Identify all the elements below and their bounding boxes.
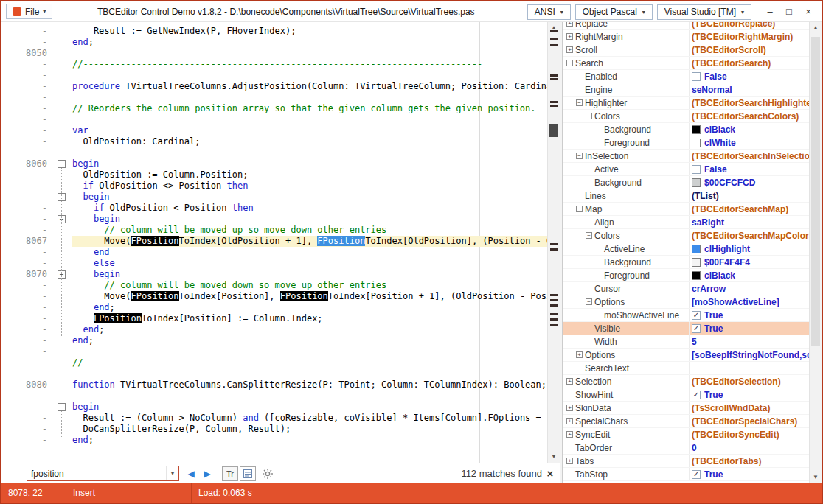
code-text[interactable]: end; — [72, 335, 547, 346]
previous-match-button[interactable]: ◀ — [184, 466, 198, 481]
collapse-icon[interactable]: − — [586, 232, 592, 239]
next-match-button[interactable]: ▶ — [201, 466, 214, 481]
property-value-cell[interactable]: (TBCEditorSearchInSelection) — [689, 150, 809, 162]
code-text[interactable]: procedure TVirtualTreeColumns.AdjustPosi… — [72, 81, 547, 92]
property-value[interactable]: clBlack — [704, 125, 735, 135]
property-value[interactable]: (TList) — [692, 191, 719, 201]
property-value[interactable]: clBlack — [704, 270, 735, 281]
property-value-cell[interactable]: crArrow — [689, 282, 809, 295]
expand-icon[interactable]: + — [566, 458, 573, 464]
code-text[interactable]: OldPosition := Column.Position; — [72, 169, 547, 181]
code-text[interactable]: end; — [72, 324, 547, 335]
code-text[interactable]: begin — [72, 192, 547, 203]
code-text[interactable]: begin — [72, 158, 547, 169]
line-number[interactable]: - — [1, 181, 50, 192]
line-number[interactable]: - — [1, 435, 50, 446]
code-line[interactable]: -end; — [1, 335, 547, 346]
collapse-icon[interactable]: − — [586, 298, 592, 305]
line-number[interactable]: - — [1, 70, 50, 81]
property-value[interactable]: saRight — [692, 217, 724, 228]
property-value-cell[interactable]: (TBCEditorSearchMap) — [689, 203, 809, 215]
property-row[interactable]: Visible✓True — [563, 322, 809, 335]
property-value-cell[interactable] — [689, 362, 809, 374]
code-lines[interactable]: - Result := GetNewIndex(P, FHoverIndex);… — [1, 22, 547, 463]
property-value-cell[interactable]: (TBCEditorSearch) — [689, 57, 809, 69]
property-row[interactable]: −InSelection(TBCEditorSearchInSelection) — [563, 150, 809, 163]
fold-collapse-icon[interactable]: − — [58, 403, 66, 411]
property-row[interactable]: Background$00CFCFCD — [563, 176, 809, 189]
property-value[interactable]: clHighlight — [704, 244, 750, 254]
property-value-cell[interactable]: [moShowActiveLine] — [689, 295, 809, 308]
property-value[interactable]: (TBCEditorSearchMap) — [692, 204, 788, 214]
code-line[interactable]: -− begin — [1, 214, 547, 225]
property-checkbox[interactable] — [692, 72, 701, 81]
property-value-cell[interactable]: $00CFCFCD — [689, 176, 809, 189]
code-line[interactable]: - if OldPosition <> Position then — [1, 181, 547, 192]
code-line[interactable]: - — [1, 70, 547, 81]
property-value-cell[interactable]: saRight — [689, 216, 809, 228]
line-number[interactable]: 8080 — [1, 379, 50, 391]
line-number[interactable]: - — [1, 402, 50, 413]
property-row[interactable]: +Tabs(TBCEditorTabs) — [563, 455, 809, 468]
code-text[interactable] — [72, 346, 547, 357]
property-value[interactable]: True — [704, 469, 723, 480]
code-line[interactable]: - end — [1, 247, 547, 258]
collapse-icon[interactable]: − — [566, 60, 573, 66]
line-number[interactable]: - — [1, 26, 50, 37]
property-value[interactable]: False — [704, 71, 727, 82]
line-number[interactable]: - — [1, 225, 50, 236]
encoding-dropdown[interactable]: ANSI ▾ — [527, 4, 571, 20]
code-text[interactable]: var — [72, 125, 547, 136]
property-checkbox[interactable]: ✓ — [692, 470, 701, 479]
line-number[interactable]: - — [1, 247, 50, 258]
code-text[interactable] — [72, 147, 547, 158]
code-line[interactable]: -− begin — [1, 192, 547, 203]
line-number[interactable]: - — [1, 335, 50, 346]
code-text[interactable]: else — [72, 258, 547, 269]
syntax-dropdown[interactable]: Object Pascal ▾ — [575, 4, 653, 20]
line-number[interactable]: - — [1, 258, 50, 269]
line-number[interactable]: - — [1, 391, 50, 402]
property-row[interactable]: −Options[moShowActiveLine] — [563, 295, 809, 309]
code-line[interactable]: - — [1, 368, 547, 379]
combo-dropdown-icon[interactable]: ▾ — [166, 466, 178, 480]
property-value-cell[interactable]: [soBeepIfStringNotFound,soHighlightResul… — [689, 349, 809, 361]
expand-icon[interactable]: + — [566, 378, 573, 385]
property-value-cell[interactable]: (TBCEditorRightMargin) — [689, 30, 809, 43]
property-value[interactable]: 0 — [692, 443, 697, 453]
line-number[interactable]: - — [1, 214, 50, 225]
property-value-cell[interactable]: clHighlight — [689, 242, 809, 255]
code-line[interactable]: - FPositionToIndex[Position] := Column.I… — [1, 313, 547, 324]
code-editor[interactable]: - Result := GetNewIndex(P, FHoverIndex);… — [1, 22, 560, 463]
line-number[interactable]: - — [1, 103, 50, 114]
property-row[interactable]: +SkinData(TsScrollWndData) — [563, 402, 809, 415]
property-value-cell[interactable]: ✓True — [689, 388, 809, 401]
code-line[interactable]: 8060−begin — [1, 158, 547, 169]
code-line[interactable]: - // column will be moved down so move u… — [1, 280, 547, 291]
property-value[interactable]: $00F4F4F4 — [704, 257, 750, 267]
code-text[interactable] — [72, 391, 547, 402]
property-row[interactable]: +SyncEdit(TBCEditorSyncEdit) — [563, 428, 809, 441]
code-text[interactable]: begin — [72, 269, 547, 280]
close-search-icon[interactable]: × — [544, 466, 556, 481]
property-value-cell[interactable]: (TList) — [689, 189, 809, 202]
code-line[interactable]: - — [1, 346, 547, 357]
property-value-cell[interactable]: (TBCEditorSelection) — [689, 375, 809, 388]
code-text[interactable]: //--------------------------------------… — [72, 357, 547, 368]
property-value-cell[interactable]: $00F4F4F4 — [689, 256, 809, 268]
property-row[interactable]: +Options[soBeepIfStringNotFound,soHighli… — [563, 349, 809, 362]
code-text[interactable]: if OldPosition <> Position then — [72, 181, 547, 192]
property-value[interactable]: 5 — [692, 337, 697, 347]
property-row[interactable]: ForegroundclWhite — [563, 136, 809, 150]
code-text[interactable] — [72, 368, 547, 379]
line-number[interactable]: - — [1, 147, 50, 158]
code-text[interactable]: begin — [72, 402, 547, 413]
property-value-cell[interactable]: ✓True — [689, 322, 809, 335]
code-text[interactable]: // Reorders the column position array so… — [72, 103, 547, 114]
property-checkbox[interactable]: ✓ — [692, 311, 701, 320]
code-text[interactable]: end — [72, 247, 547, 258]
close-button[interactable]: × — [799, 4, 818, 20]
code-text[interactable]: function TVirtualTreeColumns.CanSplitter… — [72, 379, 547, 391]
code-text[interactable]: Move(FPositionToIndex[Position], FPositi… — [72, 291, 547, 302]
code-text[interactable]: Result := (Column > NoColumn) and ([coRe… — [72, 413, 547, 424]
